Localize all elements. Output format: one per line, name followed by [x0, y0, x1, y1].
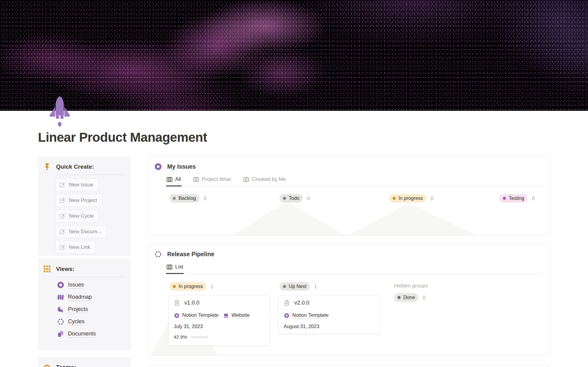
view-item-label: Roadmap [68, 294, 92, 301]
edit-icon [59, 228, 66, 235]
website-link[interactable]: Website [223, 312, 250, 319]
tab-created-by-me[interactable]: Created by Me [243, 174, 287, 186]
column-count: 1 [314, 284, 317, 290]
button-label: New Link [69, 244, 90, 250]
button-label: New Issue [69, 182, 93, 188]
next-section-card [149, 365, 550, 367]
column-header-in-progress[interactable]: In progress [169, 282, 206, 291]
divider [55, 277, 125, 277]
board-view-icon [243, 177, 249, 182]
tab-label: List [175, 264, 183, 270]
tab-label: Created by Me [252, 176, 286, 182]
column-count: 0 [204, 196, 206, 201]
view-item-label: Documents [68, 331, 96, 338]
board-triangle [348, 203, 478, 235]
database-title: My Issues [167, 163, 196, 170]
tab-label: All [175, 176, 181, 182]
rocket-icon[interactable] [45, 95, 75, 128]
new-project-button[interactable]: New Project [55, 194, 102, 207]
board-triangle [232, 202, 346, 235]
column-label: Backlog [179, 196, 196, 201]
laptop-icon [223, 313, 229, 319]
new-link-button[interactable]: New Link [55, 241, 96, 254]
release-title: v1.0.0 [184, 300, 199, 306]
column-count: 1 [211, 284, 213, 290]
my-issues-section: My Issues All Project Wise Created by Me… [149, 156, 550, 235]
hidden-groups-toggle[interactable]: Hidden groups [394, 283, 428, 289]
teams-heading: Teams: [56, 364, 76, 367]
release-date: July 31, 2023 [174, 324, 265, 329]
sidebar-item-issues[interactable]: Issues [57, 281, 131, 289]
page-title: Linear Product Management [38, 130, 207, 145]
column-label: Todo [289, 196, 300, 201]
column-label: Testing [509, 196, 524, 201]
progress-bar [191, 336, 208, 338]
release-card-v1[interactable]: v1.0.0 Notion Template Website July 31, … [168, 295, 270, 346]
button-label: New Docum... [69, 229, 102, 235]
column-header-done[interactable]: Done [394, 293, 418, 302]
notion-template-link[interactable]: Notion Template [174, 312, 219, 319]
edit-icon [59, 213, 66, 219]
cover-image [0, 0, 588, 111]
board-view-icon [167, 264, 172, 270]
status-dot [283, 285, 286, 288]
view-item-label: Cycles [68, 318, 85, 325]
edit-icon [59, 197, 66, 204]
grid-icon [43, 265, 51, 273]
column-header-up-next[interactable]: Up Next [280, 282, 310, 291]
view-item-label: Projects [68, 306, 88, 313]
target-donut-icon [57, 281, 64, 289]
board-view-icon [193, 177, 199, 182]
new-cycle-button[interactable]: New Cycle [55, 210, 99, 223]
tab-list[interactable]: List [166, 262, 184, 274]
tab-all[interactable]: All [166, 174, 182, 186]
shapes-icon [57, 306, 64, 313]
dashed-circle-icon [57, 318, 64, 325]
sidebar-item-documents[interactable]: Documents [57, 330, 131, 338]
pages-icon [57, 330, 64, 338]
teams-panel: Teams: [38, 357, 131, 367]
column-header-in-progress[interactable]: In progress [389, 194, 426, 203]
edit-icon [59, 244, 66, 251]
new-document-button[interactable]: New Docum... [55, 225, 107, 238]
column-count: 0 [423, 295, 425, 301]
progress-percent: 42.9% [174, 334, 187, 340]
database-title: Release Pipeline [167, 251, 214, 258]
star-field [0, 0, 588, 111]
release-pipeline-section: Release Pipeline List In progress 1 Up N… [149, 244, 550, 355]
sidebar-item-roadmap[interactable]: Roadmap [57, 294, 131, 301]
button-label: New Cycle [69, 213, 94, 219]
divider [55, 174, 125, 175]
star-badge-icon [284, 313, 290, 319]
sidebar-item-cycles[interactable]: Cycles [57, 318, 131, 325]
views-panel: Views: Issues Roadmap Projects Cycles Do… [38, 259, 131, 350]
column-count: 0 [307, 196, 310, 201]
status-dot [393, 197, 396, 200]
star-badge-icon [174, 313, 180, 319]
tab-project-wise[interactable]: Project Wise [193, 174, 232, 186]
column-count: 0 [431, 196, 433, 201]
map-icon [57, 294, 64, 301]
pushpin-icon [43, 163, 51, 171]
new-issue-button[interactable]: New Issue [55, 178, 98, 191]
button-label: New Project [69, 197, 97, 204]
page-icon [174, 300, 180, 306]
status-dot [503, 197, 506, 200]
release-card-v2[interactable]: v2.0.0 Notion Template August 31, 2023 [278, 295, 380, 334]
column-header-todo[interactable]: Todo [280, 194, 303, 203]
notion-template-link[interactable]: Notion Template [284, 312, 329, 319]
column-header-testing[interactable]: Testing [499, 194, 528, 203]
donut-icon [154, 163, 162, 170]
link-label: Notion Template [182, 312, 219, 319]
status-dot [283, 197, 286, 200]
column-label: In progress [398, 196, 423, 201]
status-dot [173, 197, 176, 200]
sidebar-item-projects[interactable]: Projects [57, 306, 131, 313]
people-icon [43, 363, 51, 367]
quick-create-panel: Quick Create: New Issue New Project New … [38, 156, 131, 256]
release-date: August 31, 2023 [284, 324, 375, 329]
column-count: 0 [532, 196, 535, 201]
link-label: Website [232, 312, 250, 319]
column-header-backlog[interactable]: Backlog [169, 194, 199, 203]
tab-label: Project Wise [202, 176, 231, 182]
